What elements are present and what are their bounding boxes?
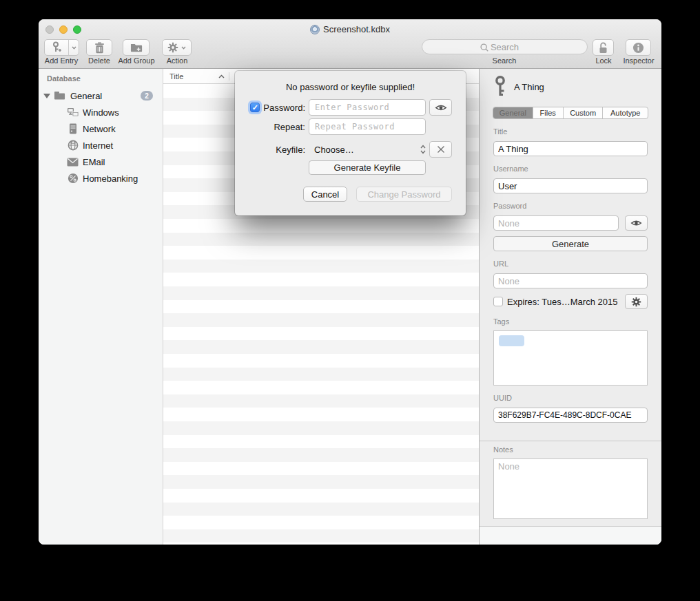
keyfile-popup[interactable]: Choose… <box>309 141 426 158</box>
repeat-label-cell: Repeat: <box>245 122 305 132</box>
search-input[interactable] <box>422 40 587 54</box>
inspector-button[interactable] <box>626 39 651 56</box>
entry-title: A Thing <box>514 82 544 92</box>
uuid-field-label: UUID <box>493 394 648 402</box>
info-icon <box>632 42 644 54</box>
url-field-label: URL <box>493 260 648 268</box>
password-enabled-checkbox[interactable] <box>250 103 260 112</box>
sidebar-item-email[interactable]: EMail <box>39 154 163 170</box>
lock-label: Lock <box>591 56 616 65</box>
action-button[interactable] <box>162 39 192 56</box>
generate-keyfile-button[interactable]: Generate Keyfile <box>309 160 426 175</box>
sidebar-item-homebanking[interactable]: Homebanking <box>39 170 163 187</box>
change-password-button[interactable]: Change Password <box>356 187 452 202</box>
keyfile-label-cell: Keyfile: <box>245 145 305 155</box>
add-entry-main[interactable] <box>45 40 69 55</box>
sidebar-item-label: Homebanking <box>83 173 138 184</box>
search-icon <box>480 43 489 52</box>
change-password-dialog: No password or keyfile supplied! Passwor… <box>235 71 466 215</box>
tab-files[interactable]: Files <box>533 107 564 118</box>
cancel-button[interactable]: Cancel <box>303 187 347 202</box>
delete-label: Delete <box>84 56 114 65</box>
lock-button[interactable] <box>593 39 614 56</box>
inspector-tabs: General Files Custom Autotype <box>493 107 648 119</box>
username-input[interactable] <box>493 178 648 193</box>
show-password-button[interactable] <box>625 215 648 231</box>
notes-input[interactable] <box>493 458 648 519</box>
enter-password-input[interactable] <box>309 99 426 116</box>
tab-autotype[interactable]: Autotype <box>603 107 648 118</box>
repeat-password-input[interactable] <box>309 118 426 135</box>
notes-field-label: Notes <box>493 445 648 454</box>
server-icon <box>66 123 79 134</box>
clear-keyfile-button[interactable] <box>429 141 452 158</box>
uuid-input[interactable] <box>493 408 648 423</box>
tag-token[interactable] <box>499 335 524 346</box>
dialog-buttons: Cancel Change Password <box>303 187 452 202</box>
url-input[interactable] <box>493 273 648 288</box>
trash-icon <box>94 42 105 54</box>
tab-general[interactable]: General <box>493 107 533 118</box>
group-sidebar: Database General 2 <box>39 69 163 545</box>
globe-icon <box>66 140 79 151</box>
close-x-icon <box>437 145 445 154</box>
password-field-label: Password <box>493 202 648 210</box>
delete-button[interactable] <box>86 39 112 56</box>
unlock-icon <box>598 42 608 54</box>
add-group-button[interactable] <box>123 39 150 56</box>
search-field[interactable] <box>422 39 588 54</box>
title-input[interactable] <box>493 141 648 156</box>
dialog-keyfile-label: Keyfile: <box>276 145 305 155</box>
sidebar-item-internet[interactable]: Internet <box>39 137 163 154</box>
inspector-label: Inspector <box>620 56 657 65</box>
chevron-down-icon <box>72 46 76 50</box>
show-password-button[interactable] <box>429 99 452 116</box>
gear-icon <box>167 42 178 53</box>
sort-ascending-icon <box>218 74 225 78</box>
sidebar-item-label: Windows <box>83 107 119 118</box>
sidebar-item-label: General <box>70 91 102 101</box>
dialog-password-label: Password: <box>263 103 305 113</box>
titlebar-toolbar: Screenshot.kdbx <box>39 19 661 69</box>
add-entry-dropdown[interactable] <box>69 40 79 55</box>
disclosure-triangle-icon[interactable] <box>43 94 50 98</box>
password-input[interactable] <box>493 215 619 231</box>
add-entry-button[interactable] <box>44 39 79 56</box>
folder-icon <box>54 91 65 101</box>
gear-icon <box>631 297 641 307</box>
inspector-footer <box>480 527 661 545</box>
sidebar-item-network[interactable]: Network <box>39 120 163 137</box>
window-title-area: Screenshot.kdbx <box>39 24 661 34</box>
expires-checkbox[interactable] <box>493 297 503 306</box>
workgroup-icon <box>66 107 79 118</box>
expires-row: Expires: Tues…March 2015 <box>493 294 648 309</box>
desktop-background: Screenshot.kdbx <box>0 0 700 601</box>
envelope-icon <box>66 158 79 167</box>
chevron-down-icon <box>181 46 186 50</box>
sidebar-item-label: Network <box>83 124 116 134</box>
tags-field-label: Tags <box>493 317 648 326</box>
tab-custom[interactable]: Custom <box>564 107 604 118</box>
keyfile-popup-value: Choose… <box>314 145 420 155</box>
column-header-title[interactable]: Title <box>163 72 229 81</box>
sidebar-item-general[interactable]: General 2 <box>39 87 163 104</box>
username-field-label: Username <box>493 165 648 173</box>
sidebar-item-windows[interactable]: Windows <box>39 104 163 120</box>
search-label: Search <box>484 56 525 65</box>
title-field-label: Title <box>493 127 648 136</box>
dialog-repeat-label: Repeat: <box>274 122 305 132</box>
password-label-cell: Password: <box>245 103 305 113</box>
inspector-panel: A Thing General Files Custom Autotype Ti… <box>479 69 661 545</box>
dialog-message: No password or keyfile supplied! <box>235 82 466 92</box>
expires-settings-button[interactable] <box>625 294 648 309</box>
sidebar-item-label: EMail <box>83 157 105 167</box>
expires-label: Expires: Tues…March 2015 <box>507 297 625 307</box>
sidebar-item-label: Internet <box>83 140 113 151</box>
entry-count-badge: 2 <box>141 91 153 101</box>
generate-password-button[interactable]: Generate <box>493 236 648 251</box>
eye-icon <box>630 219 642 227</box>
tags-editor[interactable] <box>493 330 648 386</box>
document-icon <box>310 25 320 34</box>
section-divider <box>480 441 661 441</box>
percent-icon <box>66 173 79 184</box>
